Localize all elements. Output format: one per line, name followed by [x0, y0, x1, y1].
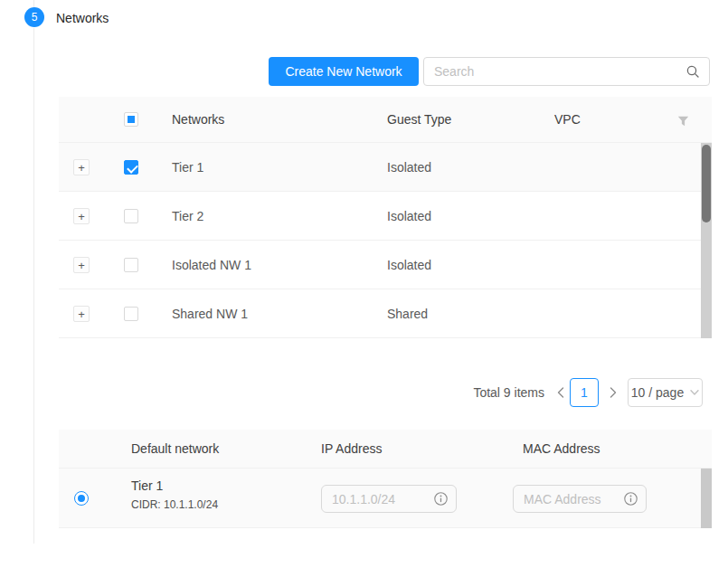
column-header-vpc: VPC [554, 97, 581, 143]
page-number-button[interactable]: 1 [570, 378, 599, 407]
pagination-total: Total 9 items [407, 378, 544, 407]
select-all-checkbox[interactable] [124, 112, 138, 127]
column-header-ip-address: IP Address [321, 430, 382, 469]
prev-page-button[interactable] [552, 378, 570, 407]
row-checkbox[interactable] [124, 209, 138, 223]
default-network-cidr: CIDR: 10.1.1.0/24 [131, 498, 218, 511]
search-input[interactable] [424, 64, 686, 79]
network-name: Shared NW 1 [172, 289, 248, 338]
row-checkbox[interactable] [124, 307, 138, 321]
step-title: Networks [56, 11, 109, 25]
table-scrollbar-thumb[interactable] [702, 145, 711, 222]
networks-step-screen: 5 Networks Create New Network Networks G… [0, 0, 728, 568]
expand-row-button[interactable]: + [73, 159, 90, 175]
info-icon[interactable] [434, 492, 448, 506]
expand-row-button[interactable]: + [73, 257, 90, 273]
network-name: Tier 2 [172, 192, 203, 241]
chevron-down-icon [690, 390, 699, 395]
column-header-mac-address: MAC Address [523, 430, 600, 469]
table-scrollbar-track[interactable] [701, 143, 712, 338]
search-box[interactable] [423, 57, 710, 86]
default-network-table: Default network IP Address MAC Address T… [59, 430, 712, 528]
default-network-table-header: Default network IP Address MAC Address [59, 430, 712, 469]
step-number-badge: 5 [24, 7, 44, 27]
step-connector-line [33, 28, 34, 544]
create-new-network-button[interactable]: Create New Network [269, 57, 419, 86]
mac-address-field-wrapper[interactable] [513, 485, 647, 513]
network-name: Isolated NW 1 [172, 241, 251, 289]
column-header-default-network: Default network [131, 430, 219, 469]
default-network-row[interactable]: Tier 1 CIDR: 10.1.1.0/24 [59, 469, 712, 528]
table-row[interactable]: + Isolated NW 1 Isolated [59, 241, 712, 289]
column-header-networks: Networks [172, 97, 224, 143]
table-row[interactable]: + Tier 2 Isolated [59, 192, 712, 241]
filter-icon[interactable] [677, 114, 692, 127]
info-icon[interactable] [624, 492, 638, 506]
expand-row-button[interactable]: + [73, 208, 90, 224]
guest-type: Isolated [387, 192, 431, 241]
row-checkbox[interactable] [124, 258, 138, 272]
step-connector-line-top [33, 0, 34, 7]
guest-type: Shared [387, 289, 428, 338]
column-header-guest-type: Guest Type [387, 97, 451, 143]
guest-type: Isolated [387, 241, 431, 289]
default-network-name: Tier 1 [131, 478, 163, 493]
default-network-radio[interactable] [74, 491, 89, 506]
search-icon[interactable] [686, 65, 699, 78]
networks-table: Networks Guest Type VPC + Tier 1 Isolate… [59, 97, 712, 338]
ip-address-field-wrapper[interactable] [321, 485, 457, 513]
network-name: Tier 1 [172, 143, 203, 192]
guest-type: Isolated [387, 143, 431, 192]
row-checkbox[interactable] [124, 160, 138, 175]
page-size-select[interactable]: 10 / page [628, 378, 703, 407]
next-page-button[interactable] [604, 378, 622, 407]
mac-address-input[interactable] [514, 492, 624, 506]
table-row[interactable]: + Tier 1 Isolated [59, 143, 712, 192]
ip-address-input[interactable] [322, 492, 434, 506]
page-size-value: 10 / page [631, 385, 684, 400]
networks-table-header: Networks Guest Type VPC [59, 97, 712, 143]
expand-row-button[interactable]: + [73, 306, 90, 322]
table-row[interactable]: + Shared NW 1 Shared [59, 289, 712, 338]
table-scrollbar-thumb[interactable] [701, 469, 712, 528]
step-number: 5 [32, 11, 38, 24]
